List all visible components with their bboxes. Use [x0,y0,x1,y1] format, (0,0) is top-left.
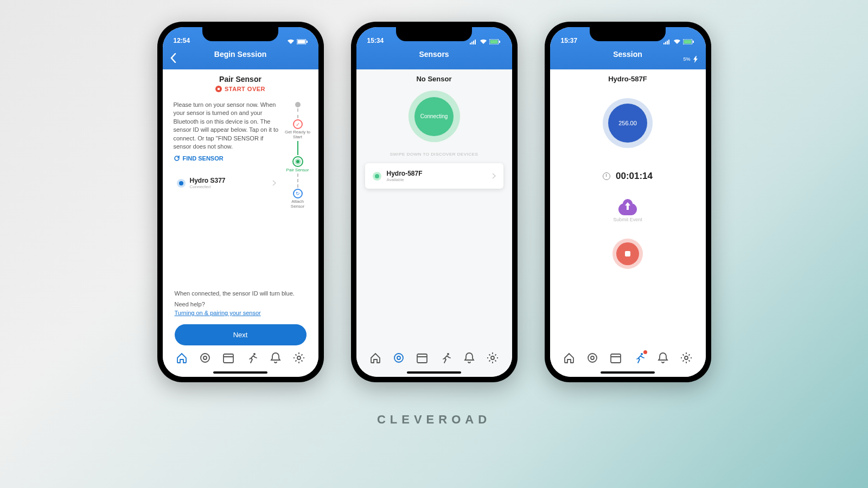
next-label: Next [233,331,248,339]
tab-bell-icon[interactable] [656,351,669,364]
stop-icon [625,251,630,256]
sensor-status: Connected [190,184,226,189]
status-icons [287,39,308,44]
phone-3: 15:37 Session 5% Hydro-587F 256.00 [545,22,711,382]
signal-icon [663,39,671,44]
svg-rect-31 [611,354,621,363]
svg-point-7 [253,353,256,355]
sensor-battery: 5% [683,56,690,62]
tab-activity-icon[interactable] [439,351,452,364]
sensor-name: Hydro-587F [550,69,706,98]
tab-home-icon[interactable] [175,351,188,364]
connecting-label: Connecting [414,97,454,136]
tab-settings-icon[interactable] [486,351,499,364]
tab-bell-icon[interactable] [463,351,476,364]
svg-rect-12 [475,40,476,44]
chevron-right-icon [272,180,276,186]
tab-activity-icon[interactable] [246,351,259,364]
phones-row: 12:54 Begin Session Pair Sensor START OV… [157,22,711,382]
sensor-status-icon [373,172,381,181]
svg-rect-15 [499,41,500,43]
svg-point-16 [397,356,400,359]
subtitle: Pair Sensor [163,69,318,86]
start-over-button[interactable]: START OVER [163,86,318,97]
content: Hydro-587F 256.00 00:01:14 Submit Event [550,69,706,377]
subtitle: No Sensor [356,69,512,88]
svg-rect-10 [471,42,473,44]
swipe-hint: SWIPE DOWN TO DISCOVER DEVICES [356,152,512,163]
status-time: 15:34 [367,37,384,44]
page-title: Session [550,46,706,63]
sensor-name: Hydro-587F [387,170,423,177]
svg-rect-1 [297,40,305,44]
footer-text: When connected, the sensor ID will turn … [163,290,318,317]
submit-event-button[interactable]: Submit Event [550,203,706,222]
tab-home-icon[interactable] [369,351,382,364]
tab-activity-icon[interactable] [633,351,646,364]
svg-rect-23 [665,42,666,44]
sensor-status-icon [177,179,186,188]
sensor-status: Available [387,177,423,182]
battery-icon [297,39,308,44]
pairing-help-link[interactable]: Turning on & pairing your sensor [175,310,261,316]
back-icon[interactable] [170,53,176,63]
status-icons [663,39,695,44]
steps-sidebar: ✓ Get Ready to Start Pair Sensor ↻ Attac… [285,101,311,209]
tab-calendar-icon[interactable] [416,351,429,364]
notification-badge [643,350,647,354]
phone-1: 12:54 Begin Session Pair Sensor START OV… [157,22,324,382]
svg-point-30 [588,354,597,362]
svg-rect-2 [307,41,308,43]
notch [396,27,472,41]
tab-home-icon[interactable] [563,351,576,364]
svg-rect-18 [417,354,427,363]
cloud-upload-icon [618,203,637,215]
svg-point-4 [201,354,209,362]
svg-point-21 [491,356,494,359]
sensor-item[interactable]: Hydro-587F Available [365,163,503,189]
find-sensor-button[interactable]: FIND SENSOR [174,155,280,162]
home-indicator [407,371,461,374]
svg-rect-24 [667,41,668,44]
tabbar [163,348,318,368]
page-title: Sensors [356,46,512,63]
brand-label: CLEVEROAD [377,413,491,427]
start-over-label: START OVER [225,86,265,92]
svg-rect-25 [668,40,669,44]
step-3-label: Attach Sensor [285,200,311,209]
stop-icon [215,86,222,92]
tab-bell-icon[interactable] [269,351,282,364]
tab-sensor-icon[interactable] [392,351,405,364]
sensor-item[interactable]: Hydro S377 Connected [174,177,280,189]
connecting-indicator: Connecting [356,88,512,152]
tab-settings-icon[interactable] [680,351,693,364]
status-time: 15:37 [561,37,578,44]
tab-calendar-icon[interactable] [609,351,622,364]
svg-point-34 [685,356,688,359]
tab-sensor-icon[interactable] [586,351,599,364]
need-help: Need help? [175,301,307,307]
refresh-icon [174,155,180,162]
step-2-label: Pair Sensor [286,168,309,173]
connected-hint: When connected, the sensor ID will turn … [175,290,307,297]
svg-point-20 [447,353,449,355]
svg-rect-27 [684,40,691,44]
next-button[interactable]: Next [175,324,307,345]
check-icon: ✓ [293,119,303,129]
stop-session-button[interactable] [612,239,643,269]
status-icons [470,39,501,44]
tab-calendar-icon[interactable] [222,351,235,364]
tab-sensor-icon[interactable] [199,351,212,364]
svg-rect-28 [693,41,694,43]
status-time: 12:54 [174,37,190,44]
tabbar [356,348,512,368]
find-sensor-label: FIND SENSOR [183,155,224,162]
svg-point-8 [297,356,301,359]
svg-rect-11 [473,41,474,44]
submit-event-label: Submit Event [613,217,642,222]
reading-indicator: 256.00 [550,98,706,148]
tab-settings-icon[interactable] [292,351,305,364]
battery-icon [489,39,501,44]
notch [202,27,278,41]
step-dot-icon [295,102,301,107]
